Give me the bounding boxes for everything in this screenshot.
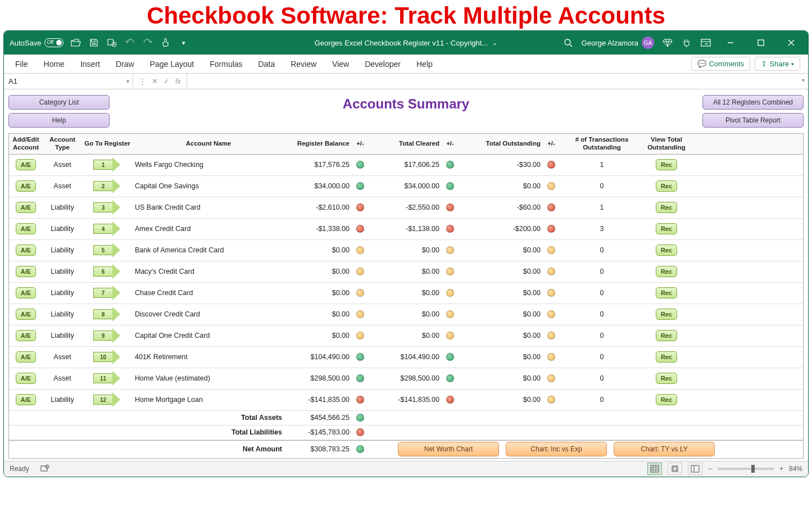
ribbon-tab-insert[interactable]: Insert [74, 56, 107, 72]
rec-button[interactable]: Rec [656, 180, 677, 192]
ty-vs-ly-chart-button[interactable]: Chart: TY vs LY [614, 442, 715, 456]
net-worth-chart-button[interactable]: Net Worth Chart [398, 442, 499, 456]
touch-icon[interactable] [160, 37, 171, 48]
user-account[interactable]: George Alzamora GA [582, 37, 654, 49]
ribbon-tab-developer[interactable]: Developer [358, 56, 407, 72]
zoom-out-button[interactable]: − [708, 465, 712, 473]
page-layout-view-button[interactable] [668, 463, 682, 475]
add-edit-button[interactable]: A/E [16, 223, 36, 234]
zoom-slider[interactable] [718, 468, 774, 470]
account-type-cell: Liability [43, 266, 82, 277]
total-cleared-cell: -$141,835.00 [369, 395, 442, 405]
goto-register-button[interactable]: 11 [93, 372, 121, 385]
goto-register-button[interactable]: 10 [93, 350, 121, 364]
toggle-switch[interactable]: Off [44, 38, 63, 47]
formula-input[interactable] [187, 74, 808, 89]
doc-dropdown-icon[interactable]: ⌄ [492, 39, 497, 47]
zoom-level[interactable]: 84% [789, 465, 802, 473]
ribbon-tab-formulas[interactable]: Formulas [203, 56, 249, 72]
rec-button[interactable]: Rec [656, 330, 677, 341]
qat-more-icon[interactable]: ▾ [178, 37, 189, 48]
ribbon-tab-draw[interactable]: Draw [109, 56, 141, 72]
plug-icon[interactable] [681, 37, 692, 48]
share-button[interactable]: ⇪Share▾ [755, 57, 800, 71]
ribbon-tab-view[interactable]: View [325, 56, 356, 72]
add-edit-button[interactable]: A/E [16, 373, 36, 384]
rec-button[interactable]: Rec [656, 287, 677, 298]
fx-icon[interactable]: fx [175, 77, 181, 85]
add-edit-button[interactable]: A/E [16, 266, 36, 277]
svg-rect-4 [41, 466, 47, 471]
rec-button[interactable]: Rec [656, 351, 677, 363]
pivot-table-button[interactable]: Pivot Table Report [702, 113, 804, 128]
rec-button[interactable]: Rec [656, 373, 677, 384]
inc-vs-exp-chart-button[interactable]: Chart: Inc vs Exp [506, 442, 607, 456]
rec-button[interactable]: Rec [656, 394, 677, 405]
add-edit-button[interactable]: A/E [16, 245, 36, 256]
rec-button[interactable]: Rec [656, 245, 677, 256]
ribbon-tab-review[interactable]: Review [284, 56, 323, 72]
account-type-cell: Liability [43, 245, 82, 255]
dots-icon[interactable]: ⋮ [139, 77, 146, 85]
goto-register-button[interactable]: 12 [93, 393, 121, 406]
add-edit-button[interactable]: A/E [16, 351, 36, 363]
add-edit-button[interactable]: A/E [16, 159, 36, 170]
add-edit-button[interactable]: A/E [16, 202, 36, 213]
diamond-icon[interactable] [662, 37, 673, 48]
all-registers-button[interactable]: All 12 Registers Combined [702, 95, 804, 110]
ribbon-tab-page-layout[interactable]: Page Layout [143, 56, 201, 72]
save-icon[interactable] [88, 37, 99, 48]
autosave-toggle[interactable]: AutoSave Off [10, 38, 63, 47]
num-transactions-cell: 3 [560, 224, 644, 234]
page-break-view-button[interactable] [688, 463, 702, 475]
add-edit-button[interactable]: A/E [16, 287, 36, 298]
cancel-icon[interactable]: ✕ [152, 77, 158, 85]
minimize-button[interactable] [719, 34, 742, 51]
account-name-cell: Bank of America Credit Card [133, 245, 284, 255]
total-cleared-cell: $0.00 [369, 245, 442, 255]
rec-button[interactable]: Rec [656, 159, 677, 170]
sheet-title: Accounts Summary [343, 96, 469, 112]
category-list-button[interactable]: Category List [8, 95, 110, 110]
maximize-button[interactable] [750, 34, 772, 51]
undo-icon[interactable] [124, 37, 135, 48]
rec-button[interactable]: Rec [656, 309, 677, 320]
ribbon-tab-help[interactable]: Help [410, 56, 439, 72]
add-edit-button[interactable]: A/E [16, 394, 36, 405]
macro-recorder-icon[interactable] [40, 464, 49, 474]
redo-icon[interactable] [142, 37, 153, 48]
goto-register-button[interactable]: 6 [93, 265, 121, 278]
search-icon[interactable] [562, 37, 574, 48]
rec-button[interactable]: Rec [656, 223, 677, 234]
account-type-cell: Liability [43, 224, 82, 234]
goto-register-button[interactable]: 5 [93, 243, 121, 257]
open-icon[interactable] [70, 37, 81, 48]
hdr-account-name: Account Name [133, 134, 284, 154]
account-name-cell: Home Value (estimated) [133, 373, 284, 383]
add-edit-button[interactable]: A/E [16, 309, 36, 320]
ribbon-tab-data[interactable]: Data [252, 56, 282, 72]
goto-register-button[interactable]: 1 [93, 158, 121, 171]
help-button[interactable]: Help [8, 113, 110, 128]
ribbon-tab-home[interactable]: Home [37, 56, 71, 72]
goto-register-button[interactable]: 7 [93, 286, 121, 300]
goto-register-button[interactable]: 8 [93, 307, 121, 321]
add-edit-button[interactable]: A/E [16, 180, 36, 192]
goto-register-button[interactable]: 9 [93, 329, 121, 342]
ribbon-mode-icon[interactable] [700, 37, 711, 48]
normal-view-button[interactable] [647, 463, 662, 475]
goto-register-button[interactable]: 4 [93, 222, 121, 236]
rec-button[interactable]: Rec [656, 202, 677, 213]
close-button[interactable] [780, 34, 802, 51]
save-clock-icon[interactable] [106, 37, 117, 48]
name-box[interactable]: A1 [4, 74, 133, 89]
goto-register-button[interactable]: 3 [93, 201, 121, 214]
rec-button[interactable]: Rec [656, 266, 677, 277]
accept-icon[interactable]: ✓ [164, 77, 170, 85]
status-bar: Ready − + 84% [4, 461, 808, 477]
comments-button[interactable]: 💬Comments [691, 57, 750, 71]
goto-register-button[interactable]: 2 [93, 179, 121, 193]
ribbon-tab-file[interactable]: File [8, 56, 35, 72]
add-edit-button[interactable]: A/E [16, 330, 36, 341]
zoom-in-button[interactable]: + [779, 465, 783, 473]
